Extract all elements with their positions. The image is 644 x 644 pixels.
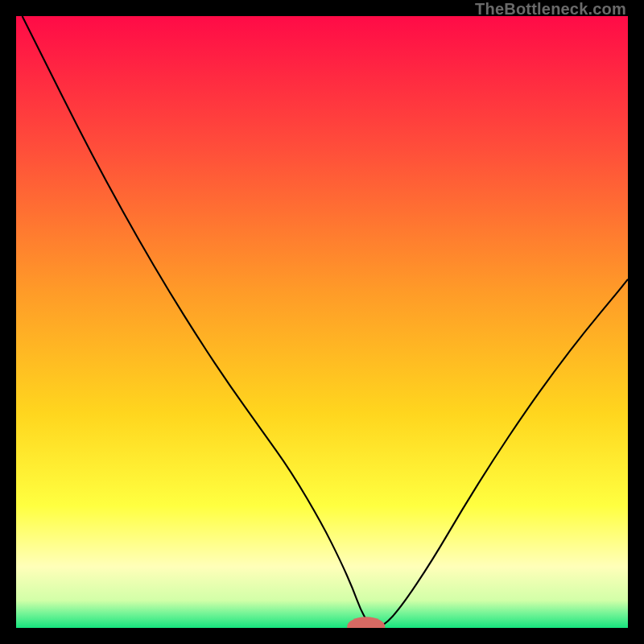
chart-frame: TheBottleneck.com [0, 0, 644, 644]
bottleneck-chart [16, 16, 628, 628]
plot-background [16, 16, 628, 628]
